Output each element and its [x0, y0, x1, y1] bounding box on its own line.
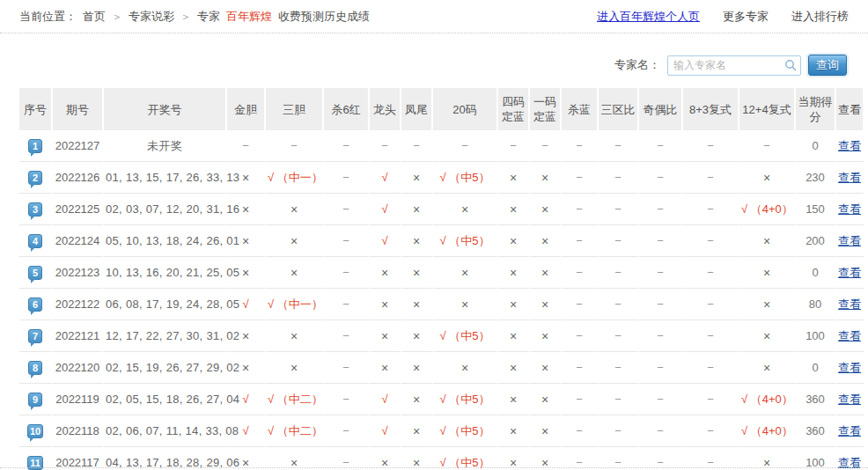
mark-cell: − — [266, 130, 324, 162]
score-cell: 0 — [796, 352, 836, 384]
period-cell: 2022120 — [53, 352, 104, 384]
ranking-link[interactable]: 进入排行榜 — [791, 9, 849, 25]
result-mark: × — [763, 297, 770, 312]
result-mark: − — [614, 297, 622, 311]
result-mark: − — [707, 139, 714, 152]
table-row: 4202212405, 10, 13, 18, 24, 26, 01××−√×√… — [19, 225, 864, 257]
search-icon[interactable] — [784, 59, 797, 71]
view-link[interactable]: 查看 — [838, 139, 861, 152]
breadcrumb-expert-talk[interactable]: 专家说彩 — [129, 9, 174, 25]
result-mark: × — [541, 171, 548, 185]
index-cell: 4 — [19, 225, 53, 257]
result-mark: √ （中一） — [268, 171, 323, 184]
more-experts-link[interactable]: 更多专家 — [723, 9, 769, 25]
view-cell: 查看 — [836, 162, 864, 194]
period-cell: 2022119 — [53, 384, 104, 415]
result-mark: × — [242, 171, 249, 185]
breadcrumb-label: 当前位置： — [19, 9, 77, 25]
result-mark: − — [707, 361, 714, 374]
result-mark: − — [413, 139, 420, 152]
result-mark: − — [707, 171, 714, 184]
view-link[interactable]: 查看 — [838, 329, 861, 342]
view-link[interactable]: 查看 — [838, 361, 861, 374]
view-link[interactable]: 查看 — [838, 266, 861, 279]
period-cell: 2022125 — [53, 194, 104, 225]
mark-cell: × — [401, 162, 433, 194]
mark-cell: × — [370, 289, 401, 320]
mark-cell: − — [562, 225, 599, 257]
result-mark: √ （中二） — [268, 393, 323, 406]
column-header: 三区比 — [599, 88, 639, 130]
table-row: 9202211902, 05, 15, 18, 26, 27, 04√√ （中二… — [19, 384, 864, 415]
result-mark: × — [381, 297, 388, 312]
mark-cell: × — [498, 289, 530, 320]
result-mark: × — [541, 361, 548, 375]
result-mark: × — [510, 424, 517, 438]
table-row: 6202212206, 08, 17, 19, 24, 28, 05√√ （中一… — [19, 289, 864, 320]
table-row: 7202212112, 17, 22, 27, 30, 31, 02××−××√… — [19, 320, 864, 352]
column-header: 期号 — [53, 88, 104, 130]
view-link[interactable]: 查看 — [838, 202, 861, 216]
result-mark: × — [541, 297, 548, 312]
view-cell: 查看 — [836, 257, 864, 289]
result-mark: − — [576, 393, 583, 406]
mark-cell: − — [639, 162, 683, 194]
view-cell: 查看 — [836, 225, 864, 257]
result-mark: √ （中5） — [440, 329, 490, 342]
breadcrumb-home[interactable]: 首页 — [83, 9, 106, 25]
result-mark: × — [541, 234, 548, 248]
result-mark: √ — [381, 202, 387, 216]
breadcrumb-expert[interactable]: 专家 — [197, 9, 220, 25]
mark-cell: − — [562, 289, 599, 320]
result-mark: − — [614, 393, 622, 406]
mark-cell: − — [562, 384, 599, 415]
mark-cell: × — [530, 289, 562, 320]
result-mark: × — [413, 171, 420, 185]
mark-cell: − — [498, 130, 530, 162]
view-link[interactable]: 查看 — [838, 171, 861, 184]
result-mark: − — [657, 202, 664, 216]
results-table: 序号期号开奖号金胆三胆杀6红龙头凤尾20码四码定蓝一码定蓝杀蓝三区比奇偶比8+3… — [19, 88, 864, 470]
mark-cell: − — [683, 384, 739, 415]
row-index-badge-icon: 9 — [28, 393, 42, 407]
result-mark: − — [763, 139, 770, 152]
mark-cell: × — [433, 257, 498, 289]
result-mark: − — [576, 202, 583, 216]
result-mark: × — [291, 361, 298, 375]
result-mark: − — [342, 234, 349, 247]
result-mark: √ （中5） — [440, 234, 490, 247]
result-mark: × — [413, 266, 420, 280]
mark-cell: − — [599, 194, 639, 225]
mark-cell: − — [562, 257, 599, 289]
mark-cell: − — [639, 415, 683, 447]
mark-cell: − — [530, 130, 562, 162]
mark-cell: − — [324, 130, 370, 162]
mark-cell: × — [530, 194, 562, 225]
mark-cell: × — [401, 257, 433, 289]
score-value: 150 — [805, 202, 825, 216]
mark-cell: × — [530, 384, 562, 415]
view-link[interactable]: 查看 — [838, 297, 861, 311]
period-cell: 2022118 — [53, 415, 104, 447]
result-mark: × — [291, 234, 298, 248]
search-input[interactable] — [667, 55, 801, 76]
period-cell: 2022124 — [53, 225, 104, 257]
view-cell: 查看 — [836, 289, 864, 320]
view-link[interactable]: 查看 — [838, 393, 861, 406]
query-button[interactable]: 查询 — [808, 55, 847, 76]
mark-cell: − — [401, 130, 433, 162]
view-link[interactable]: 查看 — [838, 424, 861, 437]
index-cell: 3 — [19, 194, 53, 225]
score-value: 360 — [805, 424, 825, 437]
row-index-badge-icon: 2 — [28, 171, 42, 185]
result-mark: × — [413, 424, 420, 438]
row-index-badge-icon: 5 — [28, 266, 42, 280]
view-link[interactable]: 查看 — [838, 234, 861, 247]
personal-page-link[interactable]: 进入百年辉煌个人页 — [597, 9, 700, 25]
result-mark: − — [381, 139, 388, 152]
result-mark: − — [614, 329, 622, 342]
score-cell: 360 — [796, 384, 836, 415]
table-row: 2202212601, 13, 15, 17, 26, 33, 13×√ （中一… — [19, 162, 864, 194]
mark-cell: × — [370, 257, 401, 289]
search-label: 专家名： — [614, 57, 660, 73]
